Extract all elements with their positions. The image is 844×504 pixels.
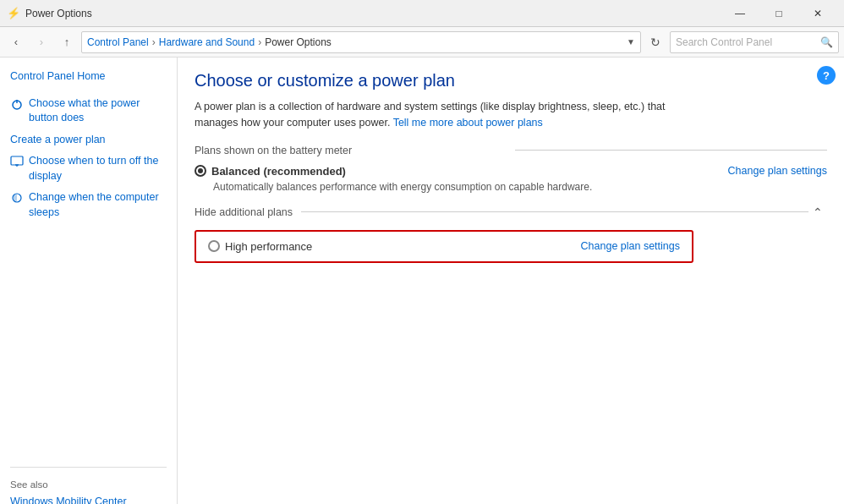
sidebar: Control Panel Home Choose what the power… — [0, 58, 178, 504]
radio-dot — [198, 168, 203, 173]
balanced-radio[interactable] — [195, 165, 206, 177]
breadcrumb: Control Panel › Hardware and Sound › Pow… — [81, 31, 641, 53]
window-icon: ⚡ — [7, 7, 20, 20]
main-container: Control Panel Home Choose what the power… — [0, 58, 844, 504]
see-also-label: See also — [0, 474, 177, 491]
hide-plans-toggle[interactable]: ⌃ — [808, 203, 827, 222]
sidebar-divider — [10, 467, 167, 468]
sidebar-item-mobility-center[interactable]: Windows Mobility Center — [0, 491, 177, 504]
breadcrumb-control-panel[interactable]: Control Panel — [87, 36, 149, 48]
breadcrumb-hardware-sound[interactable]: Hardware and Sound — [159, 36, 255, 48]
balanced-plan-name: Balanced (recommended) — [211, 165, 346, 178]
learn-more-link[interactable]: Tell me more about power plans — [393, 117, 543, 129]
balanced-plan-row: Balanced (recommended) Change plan setti… — [195, 165, 827, 178]
hide-plans-header: Hide additional plans ⌃ — [195, 203, 827, 222]
search-placeholder: Search Control Panel — [676, 36, 820, 48]
hide-plans-divider — [301, 211, 808, 212]
maximize-button[interactable]: □ — [759, 0, 798, 27]
sidebar-item-power-button[interactable]: Choose what the power button does — [0, 93, 177, 129]
plans-section-header: Plans shown on the battery meter — [195, 145, 827, 156]
window-title: Power Options — [25, 8, 721, 19]
back-button[interactable]: ‹ — [5, 31, 27, 53]
high-perf-name: High performance — [225, 240, 312, 253]
plans-section-label: Plans shown on the battery meter — [195, 145, 507, 156]
minimize-button[interactable]: — — [721, 0, 759, 27]
high-perf-change-link[interactable]: Change plan settings — [581, 240, 680, 252]
breadcrumb-current: Power Options — [265, 36, 332, 48]
sidebar-item-display[interactable]: Choose when to turn off the display — [0, 151, 177, 187]
sleep-icon — [10, 191, 24, 205]
balanced-change-link[interactable]: Change plan settings — [728, 165, 827, 177]
search-icon[interactable]: 🔍 — [820, 36, 833, 48]
forward-button[interactable]: › — [30, 31, 52, 53]
high-performance-box: High performance Change plan settings — [195, 230, 693, 263]
high-perf-radio[interactable] — [208, 240, 220, 252]
sidebar-item-create-plan[interactable]: Create a power plan — [0, 129, 177, 151]
close-button[interactable]: ✕ — [798, 0, 837, 27]
sidebar-item-home[interactable]: Control Panel Home — [0, 66, 177, 88]
breadcrumb-dropdown-icon[interactable]: ▼ — [627, 37, 635, 47]
plans-divider — [515, 150, 827, 151]
address-bar: ‹ › ↑ Control Panel › Hardware and Sound… — [0, 27, 844, 58]
window-controls: — □ ✕ — [721, 0, 837, 27]
up-button[interactable]: ↑ — [56, 31, 78, 53]
title-bar: ⚡ Power Options — □ ✕ — [0, 0, 844, 27]
page-title: Choose or customize a power plan — [195, 71, 827, 90]
search-bar[interactable]: Search Control Panel 🔍 — [670, 31, 839, 53]
hide-plans-label: Hide additional plans — [195, 206, 293, 218]
display-icon — [10, 155, 24, 168]
balanced-plan-desc: Automatically balances performance with … — [213, 181, 827, 193]
svg-rect-2 — [11, 156, 23, 165]
help-button[interactable]: ? — [817, 66, 836, 85]
power-icon — [10, 97, 24, 111]
page-description: A power plan is a collection of hardware… — [195, 99, 685, 131]
refresh-button[interactable]: ↻ — [644, 31, 666, 53]
content-area: ? Choose or customize a power plan A pow… — [178, 58, 844, 504]
sidebar-item-sleep[interactable]: Change when the computer sleeps — [0, 187, 177, 223]
